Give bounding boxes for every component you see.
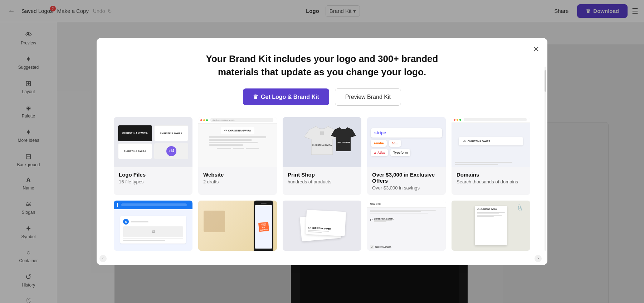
line-4 <box>209 144 243 146</box>
dot-red <box>200 119 202 121</box>
line-3 <box>209 142 258 143</box>
website-info: Website 2 drafts <box>198 167 277 189</box>
social-card[interactable]: f C <box>114 201 192 251</box>
logo-light-2: CHRISTINA GWIRA <box>118 143 152 159</box>
social-image: f C <box>114 201 192 251</box>
letterhead-paper: 🏷 CHRISTINA GWIRA <box>475 206 507 245</box>
lh-header: 🏷 CHRISTINA GWIRA <box>477 208 505 211</box>
footer-line-1 <box>217 148 231 149</box>
domains-title: Domains <box>457 172 525 178</box>
website-logo: 🏷 CHRISTINA GWIRA <box>221 127 255 134</box>
sendie-card: sendie <box>371 140 387 147</box>
fb-name-line <box>131 221 148 222</box>
fb-image-placeholder: 🖼 <box>123 226 183 237</box>
modal-overlay[interactable]: ✕ Your Brand Kit includes your logo and … <box>0 0 644 303</box>
logo-files-title: Logo Files <box>119 172 187 178</box>
email-brand-row: 🏷 CHRISTINA GWIRA <box>367 245 446 251</box>
open-sign-text: WE AREOPENFORBUSINESS! <box>259 223 268 231</box>
logo-files-mock: CHRISTINA GWIRA CHRISTINA GWIRA CHRISTIN… <box>114 121 192 163</box>
business-card-front: 🏷 CHRISTINA GWIRA <box>306 210 346 236</box>
email-card[interactable]: New Deal 🏷 <box>367 201 446 251</box>
offers-card[interactable]: stripe sendie Jo... ▲ Atlas Typeform <box>367 117 446 195</box>
crown-icon: ♛ <box>253 93 258 100</box>
logo-files-card[interactable]: CHRISTINA GWIRA CHRISTINA GWIRA CHRISTIN… <box>114 117 192 195</box>
phone-screen: WE AREOPENFORBUSINESS! <box>255 205 272 249</box>
fb-avatar: C <box>123 219 129 225</box>
lh-lines <box>477 212 505 217</box>
typeform-card: Typeform <box>390 149 410 156</box>
d-line-2 <box>455 164 498 165</box>
phone-notch <box>261 203 267 204</box>
email-logo-mini: 🏷 <box>371 246 373 248</box>
mobile-content: WE AREOPENFORBUSINESS! <box>198 201 277 251</box>
business-cards-mock: CHRISTINA GWIRA 🏷 CHRISTINA GWIRA <box>283 201 361 251</box>
print-shop-title: Print Shop <box>288 172 356 178</box>
offers-stack: stripe sendie Jo... ▲ Atlas Typeform <box>367 125 446 160</box>
lh-brand: CHRISTINA GWIRA <box>480 208 497 210</box>
email-line-3 <box>370 213 428 213</box>
dot-yellow <box>203 119 205 121</box>
fb-search <box>121 203 187 206</box>
plus-badge: +14 <box>166 146 176 156</box>
footer-line-2 <box>233 148 244 149</box>
scroll-right-button[interactable]: › <box>535 255 542 262</box>
modal-close-button[interactable]: ✕ <box>530 44 542 55</box>
sig-line-1 <box>374 220 392 221</box>
atlas-triangle: ▲ <box>374 151 377 154</box>
scroll-left-button[interactable]: ‹ <box>99 255 107 262</box>
stripe-card: stripe <box>371 128 442 138</box>
mobile-image: WE AREOPENFORBUSINESS! <box>198 201 277 251</box>
offers-row-2: sendie Jo... <box>371 140 442 147</box>
logo-badge: +14 <box>154 143 188 159</box>
fb-avatar-letter: C <box>125 220 127 223</box>
website-lines <box>209 136 266 146</box>
fb-logo: f <box>117 202 118 208</box>
jo-card: Jo... <box>389 140 401 147</box>
lh-logo-icon: 🏷 <box>477 208 479 211</box>
dot-green <box>206 119 208 121</box>
letterhead-image: 🏷 CHRISTINA GWIRA <box>452 201 530 251</box>
scrollbar-track[interactable] <box>545 67 546 251</box>
bc-brand: CHRISTINA GWIRA <box>312 227 331 230</box>
sig-icon: 🏷 <box>370 218 372 221</box>
email-lines <box>370 210 443 213</box>
domains-image: 🏷 CHRISTINA GWIRA <box>452 117 530 167</box>
d-dot-yellow <box>457 119 458 121</box>
scrollbar-thumb[interactable] <box>545 70 546 92</box>
domains-logo-area: 🏷 CHRISTINA GWIRA <box>459 137 523 145</box>
get-brand-label: Get Logo & Brand Kit <box>261 94 319 100</box>
website-brand-name: CHRISTINA GWIRA <box>228 129 251 132</box>
email-signature: 🏷 CHRISTINA GWIRA <box>370 216 443 222</box>
letterhead-card[interactable]: 🏷 CHRISTINA GWIRA <box>452 201 530 251</box>
get-logo-brand-kit-button[interactable]: ♛ Get Logo & Brand Kit <box>243 88 329 105</box>
modal-scroll-area[interactable]: Your Brand Kit includes your logo and 30… <box>97 38 547 265</box>
offers-row-3: ▲ Atlas Typeform <box>371 149 442 156</box>
domains-card[interactable]: 🏷 CHRISTINA GWIRA Domains <box>452 117 530 195</box>
fb-header: f <box>114 201 192 209</box>
website-subtitle: 2 drafts <box>203 179 272 184</box>
business-cards-image: CHRISTINA GWIRA 🏷 CHRISTINA GWIRA <box>283 201 361 251</box>
business-cards-card[interactable]: CHRISTINA GWIRA 🏷 CHRISTINA GWIRA <box>283 201 361 251</box>
email-body: 🏷 CHRISTINA GWIRA <box>367 208 446 245</box>
coffee-cup-hint <box>204 211 225 232</box>
email-brand-1: 🏷 CHRISTINA GWIRA <box>370 245 391 249</box>
domains-lines <box>452 160 530 167</box>
url-bar: http://yourcompany.com <box>210 118 273 122</box>
line-1 <box>209 136 266 138</box>
lh-line-4 <box>477 216 494 217</box>
print-shop-card[interactable]: CHRISTINA GWIRA CHRISTINA GWIRA Print Sh… <box>283 117 361 195</box>
offers-subtitle: Over $3,000 in savings <box>372 185 441 191</box>
sig-info: CHRISTINA GWIRA <box>374 218 394 222</box>
email-from: New Deal <box>370 203 443 205</box>
bc-line-2 <box>308 231 322 233</box>
open-sign: WE AREOPENFORBUSINESS! <box>258 222 269 232</box>
preview-brand-kit-button[interactable]: Preview Brand Kit <box>335 88 401 106</box>
print-shop-image: CHRISTINA GWIRA CHRISTINA GWIRA <box>283 117 361 167</box>
logo-light-1: CHRISTINA GWIRA <box>154 125 188 141</box>
mobile-card[interactable]: WE AREOPENFORBUSINESS! <box>198 201 277 251</box>
offers-image: stripe sendie Jo... ▲ Atlas Typeform <box>367 117 446 167</box>
cards-grid: CHRISTINA GWIRA CHRISTINA GWIRA CHRISTIN… <box>114 117 530 195</box>
website-mock: http://yourcompany.com 🏷 CHRISTINA GWIRA <box>198 117 277 167</box>
website-card[interactable]: http://yourcompany.com 🏷 CHRISTINA GWIRA <box>198 117 277 195</box>
fb-card: C 🖼 <box>120 216 186 244</box>
